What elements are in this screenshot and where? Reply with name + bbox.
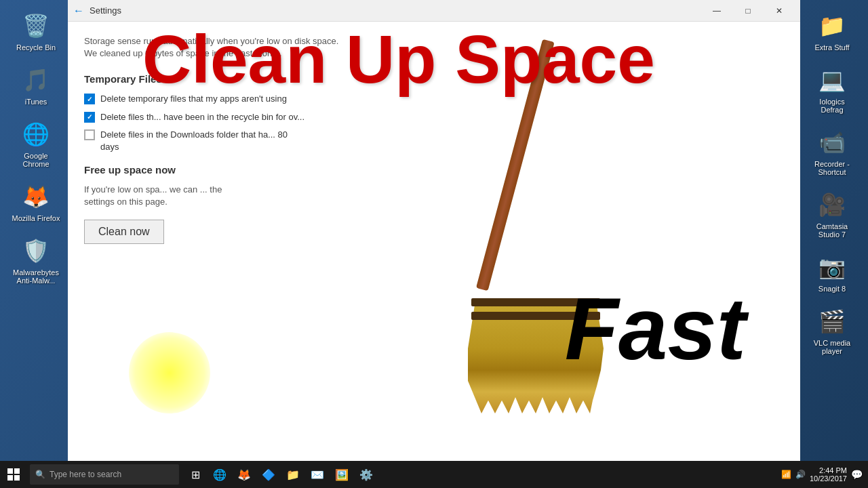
- svg-rect-0: [7, 468, 13, 474]
- desktop-sidebar-left: 🗑️ Recycle Bin 🎵 iTunes 🌐 Google Chrome …: [5, 0, 66, 434]
- settings-titlebar: ← Settings — □ ✕: [68, 0, 800, 22]
- desktop-sidebar-right: 📁 Extra Stuff 💻 Iologics Defrag 📹 Record…: [802, 0, 863, 358]
- desktop-icon-extra-stuff[interactable]: 📁 Extra Stuff: [805, 7, 859, 54]
- recorder-label: Recorder - Shortcut: [808, 160, 856, 176]
- firefox-icon: 🦊: [20, 180, 52, 213]
- desktop-icon-snagit[interactable]: 📷 Snagit 8: [805, 248, 859, 296]
- main-content: ← Settings — □ ✕ Storage sense runs auto…: [68, 0, 800, 461]
- svg-rect-2: [7, 475, 13, 481]
- close-button[interactable]: ✕: [764, 0, 795, 22]
- taskbar-settings-icon[interactable]: ⚙️: [355, 464, 377, 485]
- svg-rect-3: [14, 475, 20, 481]
- chrome-icon: 🌐: [20, 118, 52, 150]
- back-button[interactable]: ←: [73, 5, 84, 17]
- svg-rect-1: [14, 468, 20, 474]
- checkmark-1: ✓: [87, 96, 92, 103]
- desktop-icon-vlc[interactable]: 🎬 VLC media player: [805, 302, 859, 358]
- taskbar-folder-icon[interactable]: 📁: [282, 464, 304, 485]
- free-up-section: Free up space now If you're low on spa..…: [84, 164, 784, 243]
- desktop-icon-camtasia[interactable]: 🎥 Camtasia Studio 7: [805, 186, 859, 241]
- tray-volume-icon: 🔊: [795, 470, 806, 479]
- malwarebytes-label: Malwarebytes Anti-Malw...: [12, 268, 60, 285]
- taskbar-search[interactable]: 🔍 Type here to search: [30, 464, 179, 485]
- checkbox-item-2[interactable]: ✓ Delete files th... have been in the re…: [84, 111, 784, 123]
- clean-now-label: Clean now: [98, 226, 150, 237]
- desktop-icon-firefox[interactable]: 🦊 Mozilla Firefox: [9, 178, 63, 225]
- tray-network-icon: 📶: [781, 470, 791, 479]
- free-up-title: Free up space now: [84, 164, 784, 176]
- checkbox-3[interactable]: [84, 129, 95, 140]
- camtasia-label: Camtasia Studio 7: [808, 222, 856, 239]
- overlay-title: Clean Up Space: [142, 20, 655, 98]
- checkmark-2: ✓: [87, 113, 92, 121]
- desktop-icon-recycle-bin[interactable]: 🗑️ Recycle Bin: [9, 7, 63, 54]
- snagit-label: Snagit 8: [818, 285, 846, 293]
- defrag-icon: 💻: [816, 64, 848, 96]
- overlay-title-text: Clean Up Space: [142, 21, 655, 97]
- notification-icon[interactable]: 💬: [851, 469, 863, 480]
- chrome-label: Google Chrome: [12, 152, 60, 168]
- start-button[interactable]: [0, 461, 27, 488]
- desktop-icon-defrag[interactable]: 💻 Iologics Defrag: [805, 61, 859, 117]
- malwarebytes-icon: 🛡️: [20, 235, 52, 267]
- settings-title: Settings: [90, 5, 121, 16]
- taskbar-mail-icon[interactable]: ✉️: [307, 464, 328, 485]
- desktop-icon-itunes[interactable]: 🎵 iTunes: [9, 61, 63, 108]
- vlc-label: VLC media player: [808, 339, 856, 355]
- itunes-label: iTunes: [25, 98, 47, 106]
- taskbar-time-display: 2:44 PM: [810, 466, 847, 474]
- recycle-bin-icon: 🗑️: [20, 9, 52, 42]
- clean-now-button[interactable]: Clean now: [84, 220, 164, 244]
- titlebar-controls: — □ ✕: [701, 0, 795, 22]
- taskbar: 🔍 Type here to search ⊞ 🌐 🦊 🔷 📁 ✉️ 🖼️ ⚙️…: [0, 461, 868, 488]
- checkbox-item-3[interactable]: Delete files in the Downloads folder tha…: [84, 129, 784, 153]
- desktop-icon-chrome[interactable]: 🌐 Google Chrome: [9, 115, 63, 171]
- firefox-label: Mozilla Firefox: [12, 214, 60, 222]
- taskbar-firefox-icon[interactable]: 🦊: [233, 464, 255, 485]
- extra-stuff-label: Extra Stuff: [814, 43, 849, 52]
- search-icon: 🔍: [35, 470, 45, 479]
- checkbox-label-3: Delete files in the Downloads folder tha…: [100, 129, 288, 153]
- taskbar-task-view-icon[interactable]: ⊞: [184, 464, 206, 485]
- desktop-icon-malwarebytes[interactable]: 🛡️ Malwarebytes Anti-Malw...: [9, 232, 63, 287]
- desktop-icon-recorder[interactable]: 📹 Recorder - Shortcut: [805, 123, 859, 179]
- snagit-icon: 📷: [816, 251, 848, 283]
- vlc-icon: 🎬: [816, 305, 848, 338]
- checkbox-1[interactable]: ✓: [84, 94, 95, 104]
- camtasia-icon: 🎥: [816, 188, 848, 221]
- extra-stuff-icon: 📁: [816, 9, 848, 42]
- itunes-icon: 🎵: [20, 64, 52, 96]
- recycle-bin-label: Recycle Bin: [16, 43, 56, 52]
- maximize-button[interactable]: □: [732, 0, 764, 22]
- overlay-fast-text: Fast: [565, 278, 746, 380]
- taskbar-chrome-icon[interactable]: 🌐: [209, 464, 231, 485]
- checkbox-2[interactable]: ✓: [84, 112, 95, 123]
- free-up-description: If you're low on spa... we can ... these…: [84, 184, 784, 208]
- taskbar-date-display: 10/23/2017: [810, 474, 847, 483]
- taskbar-edge-icon[interactable]: 🔷: [258, 464, 279, 485]
- search-placeholder: Type here to search: [50, 470, 121, 479]
- checkbox-label-2: Delete files th... have been in the recy…: [100, 111, 304, 123]
- taskbar-clock: 2:44 PM 10/23/2017: [810, 466, 847, 483]
- taskbar-icons: ⊞ 🌐 🦊 🔷 📁 ✉️ 🖼️ ⚙️: [184, 464, 377, 485]
- fast-label: Fast: [565, 279, 746, 378]
- desktop: 🗑️ Recycle Bin 🎵 iTunes 🌐 Google Chrome …: [0, 0, 868, 488]
- taskbar-system-tray: 📶 🔊 2:44 PM 10/23/2017 💬: [781, 466, 868, 483]
- recorder-icon: 📹: [816, 126, 848, 159]
- minimize-button[interactable]: —: [701, 0, 732, 22]
- defrag-label: Iologics Defrag: [808, 98, 856, 114]
- taskbar-photos-icon[interactable]: 🖼️: [331, 464, 353, 485]
